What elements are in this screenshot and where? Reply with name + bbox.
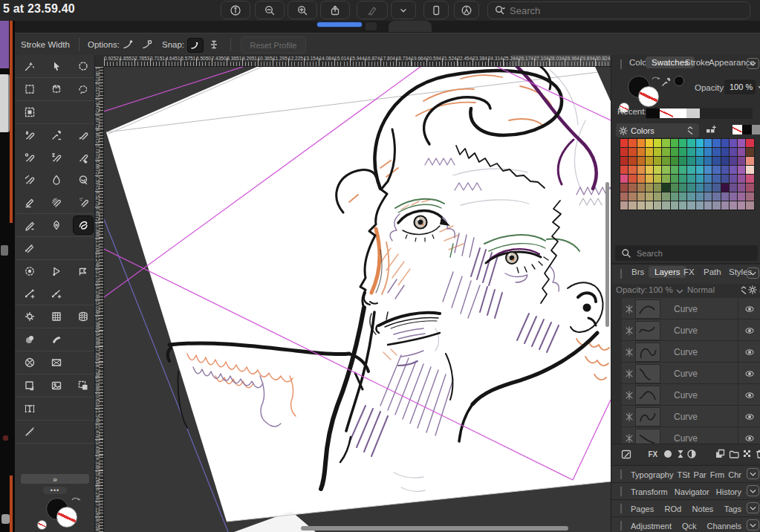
color-brush-tool[interactable]: [20, 149, 39, 166]
color-swatch[interactable]: [738, 166, 745, 174]
color-swatch[interactable]: [671, 201, 678, 210]
swatches-panel-menu-button[interactable]: [747, 58, 759, 69]
lock-icon[interactable]: [757, 284, 760, 296]
opacity-chevron-icon[interactable]: [756, 82, 760, 94]
swatch-search-input[interactable]: Search: [615, 245, 758, 261]
layer-thumbnail[interactable]: [635, 407, 660, 426]
tab-layers[interactable]: Layers: [649, 266, 686, 278]
layer-visibility-toggle[interactable]: [738, 363, 760, 384]
layer-thumbnail[interactable]: [635, 343, 660, 362]
color-swatch[interactable]: [679, 139, 686, 147]
image-frame-tool[interactable]: [47, 377, 66, 395]
color-swatch[interactable]: [721, 192, 729, 201]
lock-profile-icon[interactable]: [140, 38, 155, 51]
layer-visibility-toggle[interactable]: [738, 319, 760, 341]
canvas-vertical-scrollbar[interactable]: [605, 182, 609, 327]
tab-tags[interactable]: Tags: [724, 505, 741, 513]
panel-grip[interactable]: [620, 59, 624, 69]
color-swatch[interactable]: [696, 139, 704, 147]
color-swatch[interactable]: [696, 201, 704, 210]
color-swatch[interactable]: [620, 192, 628, 201]
clone-tool[interactable]: [74, 171, 93, 189]
color-swatch[interactable]: [662, 184, 669, 192]
swoosh-tool[interactable]: [47, 331, 66, 348]
color-swatch[interactable]: [712, 201, 720, 210]
color-swatch[interactable]: [671, 157, 678, 165]
color-swatch[interactable]: [646, 166, 653, 174]
color-swatch[interactable]: [662, 157, 669, 165]
wet-brush-tool[interactable]: [20, 126, 39, 144]
color-swatch[interactable]: [730, 157, 737, 165]
color-swatch[interactable]: [746, 148, 753, 156]
recent-swatch[interactable]: [646, 108, 660, 118]
color-swatch[interactable]: [721, 166, 729, 174]
opacity-value[interactable]: 100 %: [724, 80, 756, 94]
layers-panel-menu-button[interactable]: [747, 267, 759, 279]
color-swatch[interactable]: [712, 175, 720, 183]
color-swatch[interactable]: [654, 157, 661, 165]
color-swatch[interactable]: [730, 139, 737, 147]
export-button[interactable]: [320, 1, 350, 19]
color-swatch[interactable]: [671, 148, 678, 156]
color-swatch[interactable]: [679, 184, 686, 192]
layer-visibility-toggle[interactable]: [738, 406, 760, 427]
color-swatch[interactable]: [629, 157, 636, 165]
color-swatch[interactable]: [671, 192, 678, 201]
color-swatch[interactable]: [704, 148, 712, 156]
color-swatch[interactable]: [637, 201, 645, 210]
color-swatch[interactable]: [738, 175, 745, 183]
color-swatch[interactable]: [704, 166, 712, 174]
color-swatch[interactable]: [696, 166, 704, 174]
color-swatch[interactable]: [620, 148, 628, 156]
color-swatch[interactable]: [679, 201, 686, 210]
pattern-icon[interactable]: [741, 448, 753, 460]
secondary-color-well[interactable]: [37, 520, 47, 530]
flood-select-tool[interactable]: [20, 57, 39, 75]
color-swatch[interactable]: [746, 192, 753, 201]
color-swatch[interactable]: [662, 192, 669, 201]
corner-tool[interactable]: [74, 262, 93, 280]
color-swatch[interactable]: [620, 184, 628, 192]
color-swatch[interactable]: [738, 157, 745, 165]
color-swatch[interactable]: [730, 166, 737, 174]
tab-history[interactable]: History: [716, 487, 741, 496]
color-swatch[interactable]: [704, 157, 712, 165]
spray-tool[interactable]: [74, 193, 93, 211]
erase-brush-tool[interactable]: [20, 171, 39, 189]
pattern-brush-tool[interactable]: [47, 193, 66, 211]
opacity-chevron-icon[interactable]: [674, 285, 686, 297]
color-swatch[interactable]: [646, 157, 653, 165]
tab-typography[interactable]: Typography: [631, 470, 673, 479]
color-swatch[interactable]: [646, 201, 653, 210]
layer-visibility-toggle[interactable]: [738, 341, 760, 363]
tab-notes[interactable]: Notes: [692, 505, 714, 513]
color-swatch[interactable]: [637, 148, 645, 156]
layer-visibility-toggle[interactable]: [738, 384, 760, 406]
group-folder-icon[interactable]: [728, 448, 740, 460]
color-swatch[interactable]: [712, 184, 720, 192]
color-swatch[interactable]: [704, 175, 712, 183]
snap-curves-button[interactable]: [187, 38, 204, 53]
color-swatch[interactable]: [679, 157, 686, 165]
picked-color-well[interactable]: [674, 76, 684, 86]
swatch-stroke-well[interactable]: [638, 86, 659, 107]
mask-icon[interactable]: [662, 448, 674, 460]
color-swatch[interactable]: [712, 192, 720, 201]
adjustment-icon[interactable]: [675, 448, 686, 460]
horizontal-ruler[interactable]: 0.92521.85522.78533.71514.64515.57516.50…: [95, 55, 611, 67]
color-swatch[interactable]: [712, 148, 720, 156]
color-swatch[interactable]: [662, 148, 669, 156]
color-swatch[interactable]: [721, 175, 729, 183]
color-swatch[interactable]: [637, 175, 645, 183]
panel-menu-button[interactable]: [747, 485, 759, 496]
color-swatch[interactable]: [646, 148, 653, 156]
rect-marquee-tool[interactable]: [20, 80, 39, 98]
color-swatch[interactable]: [654, 139, 661, 147]
color-swatch[interactable]: [671, 175, 678, 183]
color-swatch[interactable]: [738, 148, 745, 156]
color-swatch[interactable]: [620, 201, 628, 210]
pointer-button[interactable]: [454, 1, 479, 19]
color-swatch[interactable]: [637, 184, 645, 192]
panel-grip[interactable]: [620, 269, 624, 279]
color-swatch[interactable]: [704, 201, 712, 210]
